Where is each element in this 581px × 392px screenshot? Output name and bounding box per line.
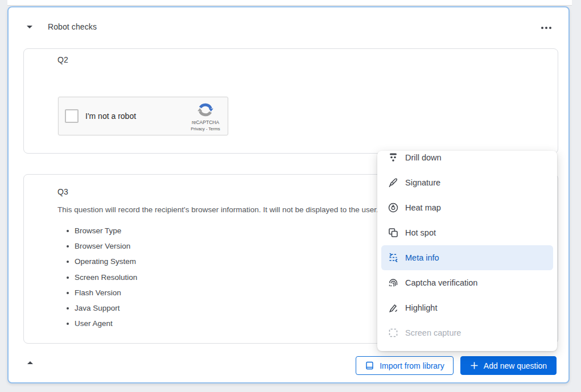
- plus-icon: [470, 361, 479, 370]
- menu-item-label: Highlight: [405, 303, 437, 312]
- captcha-verification-icon: [388, 277, 399, 288]
- list-item: Java Support: [57, 300, 137, 316]
- previous-block-edge: [7, 0, 572, 6]
- recaptcha-brand-text: reCAPTCHA: [188, 119, 223, 125]
- menu-item-label: Meta info: [405, 253, 439, 262]
- list-item: Browser Type: [57, 223, 137, 238]
- block-options-ellipsis-icon[interactable]: [539, 24, 554, 31]
- question-type-menu: Drill down Signature: [377, 151, 557, 351]
- recaptcha-logo-icon: [197, 101, 214, 118]
- list-item: User Agent: [57, 316, 137, 331]
- meta-info-icon: [388, 252, 399, 263]
- list-item: Browser Version: [57, 238, 137, 254]
- menu-item-signature[interactable]: Signature: [381, 170, 553, 195]
- survey-builder-canvas: Robot checks Q2 I'm not a robot reCAPTCH…: [0, 0, 581, 392]
- import-from-library-button[interactable]: Import from library: [356, 356, 454, 375]
- recaptcha-widget: I'm not a robot reCAPTCHA Privacy - Term…: [58, 97, 228, 135]
- menu-item-meta-info[interactable]: Meta info: [381, 245, 553, 270]
- highlight-icon: [388, 302, 399, 313]
- block-header: Robot checks: [26, 21, 97, 32]
- signature-icon: [388, 177, 399, 188]
- screen-capture-icon: [388, 327, 399, 339]
- recaptcha-branding: reCAPTCHA Privacy - Terms: [188, 101, 223, 131]
- collapse-block-caret-down-icon[interactable]: [26, 23, 34, 31]
- list-item: Screen Resolution: [57, 270, 137, 285]
- question-q2-card[interactable]: Q2 I'm not a robot reCAPTCHA Privacy - T…: [23, 48, 558, 154]
- add-new-question-button[interactable]: Add new question: [460, 356, 557, 375]
- block-robot-checks: Robot checks Q2 I'm not a robot reCAPTCH…: [7, 6, 570, 383]
- menu-item-label: Captcha verification: [405, 278, 477, 287]
- menu-item-hot-spot[interactable]: Hot spot: [381, 220, 553, 245]
- library-book-icon: [365, 361, 374, 370]
- question-description: This question will record the recipient'…: [57, 205, 378, 214]
- menu-item-captcha-verification[interactable]: Captcha verification: [381, 270, 553, 295]
- meta-info-field-list: Browser Type Browser Version Operating S…: [57, 223, 137, 331]
- menu-item-highlight[interactable]: Highlight: [381, 295, 553, 320]
- drill-down-icon: [388, 152, 399, 163]
- menu-item-heat-map[interactable]: Heat map: [381, 195, 553, 220]
- heat-map-icon: [388, 202, 399, 213]
- list-item: Flash Version: [57, 285, 137, 300]
- menu-item-label: Heat map: [405, 203, 441, 212]
- block-title[interactable]: Robot checks: [48, 22, 97, 31]
- list-item: Operating System: [57, 254, 137, 269]
- button-label: Add new question: [484, 361, 547, 370]
- question-number: Q3: [57, 187, 68, 196]
- menu-item-label: Hot spot: [405, 228, 436, 237]
- button-label: Import from library: [380, 361, 444, 370]
- recaptcha-privacy-terms[interactable]: Privacy - Terms: [188, 126, 223, 131]
- recaptcha-checkbox[interactable]: [65, 109, 79, 123]
- menu-item-label: Screen capture: [405, 328, 461, 337]
- menu-item-drill-down[interactable]: Drill down: [381, 151, 553, 170]
- menu-item-label: Signature: [405, 178, 440, 187]
- question-number: Q2: [57, 55, 68, 64]
- menu-item-label: Drill down: [405, 153, 442, 162]
- recaptcha-label: I'm not a robot: [85, 112, 136, 121]
- menu-item-screen-capture: Screen capture: [381, 320, 553, 345]
- collapse-block-caret-up-icon[interactable]: [26, 358, 35, 366]
- hot-spot-icon: [388, 227, 399, 238]
